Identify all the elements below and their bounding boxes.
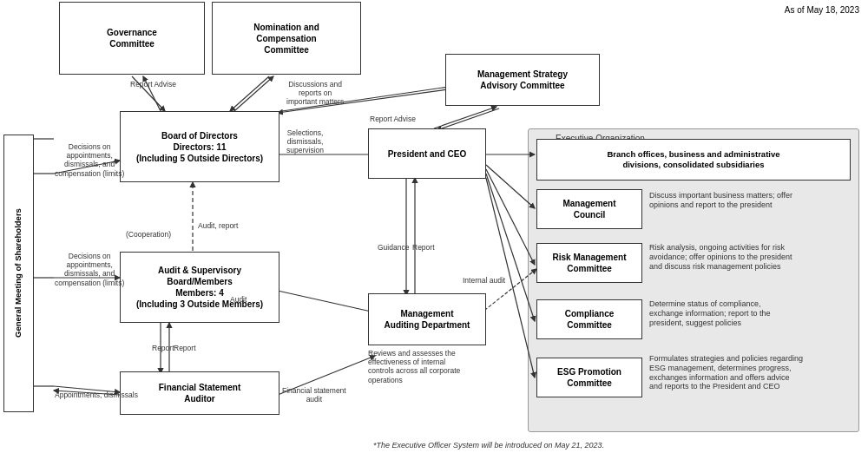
- risk-mgmt-desc: Risk analysis, ongoing activities for ri…: [649, 243, 858, 271]
- esg-desc: Formulates strategies and policies regar…: [649, 354, 858, 391]
- board-box: Board of Directors Directors: 11 (Includ…: [120, 111, 279, 182]
- compliance-box: Compliance Committee: [536, 299, 642, 339]
- diagram: As of May 18, 2023 Executive Organizatio…: [0, 0, 868, 453]
- discussions-label: Discussions and reports on important mat…: [286, 80, 344, 107]
- appointments-label: Appointments, dismissals: [55, 391, 138, 399]
- audit-report-label: Audit, report: [198, 221, 238, 230]
- mgmt-auditing-desc: Reviews and assesses the effectiveness o…: [368, 349, 481, 384]
- mgmt-strategy-box: Management Strategy Advisory Committee: [445, 54, 600, 106]
- nomination-box: Nomination and Compensation Committee: [212, 2, 361, 75]
- report-right-label: Report: [174, 344, 196, 352]
- decisions1-label: Decisions on appointments, dismissals, a…: [55, 142, 124, 178]
- cooperation-label: (Cooperation): [126, 230, 171, 239]
- gms-box: General Meeting of Shareholders: [3, 135, 34, 412]
- financial-audit-label: Financial statement audit: [282, 386, 346, 404]
- svg-line-6: [437, 108, 499, 130]
- footnote: *The Executive Officer System will be in…: [373, 441, 604, 450]
- date-label: As of May 18, 2023: [785, 5, 859, 15]
- guidance-label: Guidance: [378, 243, 409, 252]
- report-mgmt-label: Report: [412, 243, 435, 252]
- governance-box: Governance Committee: [59, 2, 205, 75]
- svg-line-7: [434, 107, 496, 128]
- mgmt-auditing-box: Management Auditing Department: [368, 293, 486, 345]
- audit-label: Audit: [230, 295, 247, 304]
- risk-mgmt-box: Risk Management Committee: [536, 243, 642, 283]
- mgmt-council-desc: Discuss important business matters; offe…: [649, 191, 858, 210]
- selections-label: Selections, dismissals, supervision: [286, 128, 324, 155]
- decisions2-label: Decisions on appointments, dismissals, a…: [55, 252, 124, 287]
- report-advise-label-right: Report Advise: [370, 115, 416, 123]
- internal-audit-label: Internal audit: [463, 276, 505, 285]
- branch-box: Branch offices, business and administrat…: [536, 139, 851, 181]
- svg-line-2: [230, 76, 269, 111]
- audit-board-box: Audit & Supervisory Board/Members Member…: [120, 252, 279, 323]
- svg-line-16: [278, 291, 375, 312]
- financial-auditor-box: Financial Statement Auditor: [120, 371, 279, 415]
- report-advise-label-left: Report Advise: [130, 80, 176, 89]
- president-box: President and CEO: [368, 128, 486, 179]
- mgmt-council-box: Management Council: [536, 189, 642, 229]
- svg-line-3: [234, 76, 273, 111]
- report-left-label: Report: [152, 344, 174, 352]
- esg-box: ESG Promotion Committee: [536, 358, 642, 397]
- compliance-desc: Determine status of compliance, exchange…: [649, 299, 858, 327]
